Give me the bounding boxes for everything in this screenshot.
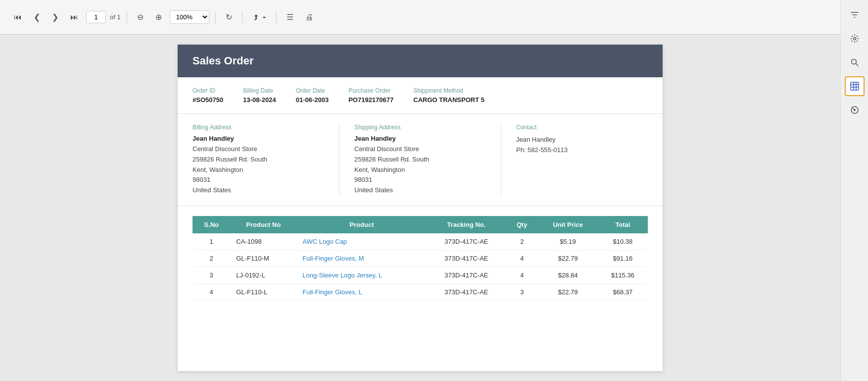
dashboard-icon-button[interactable]	[845, 100, 865, 120]
col-total: Total	[598, 216, 648, 233]
search-icon-button[interactable]	[845, 53, 865, 72]
cell-unit-price: $22.79	[538, 283, 598, 300]
cell-product-no: LJ-0192-L	[230, 267, 296, 283]
purchase-order-field: Purchase Order PO7192170677	[348, 87, 393, 104]
cell-sno: 2	[193, 250, 230, 267]
col-unit-price: Unit Price	[538, 216, 598, 233]
billing-date-value: 13-08-2024	[243, 96, 276, 104]
billing-zip: 98031	[193, 175, 324, 185]
shipment-method-field: Shippment Method CARGO TRANSPORT 5	[413, 87, 484, 104]
next-page-button[interactable]: ❯	[48, 10, 62, 24]
billing-name: Jean Handley	[193, 135, 324, 142]
shipping-country: United States	[354, 185, 486, 196]
zoom-select[interactable]: 100% 50% 75% 125% 150% 200%	[170, 10, 209, 24]
document-header: Sales Order	[178, 45, 663, 77]
order-date-value: 01-06-2003	[296, 96, 329, 104]
cell-total: $10.38	[598, 233, 648, 250]
toolbar: ⏮ ❮ ❯ ⏭ 1 of 1 ⊖ ⊕ 100% 50% 75% 125% 150…	[0, 0, 840, 35]
print-button[interactable]: 🖨	[301, 11, 317, 24]
table-icon-button[interactable]	[845, 76, 865, 96]
cell-qty: 3	[506, 283, 538, 300]
cell-sno: 3	[193, 267, 230, 283]
table-header-row: S.No Product No Product Tracking No. Qty…	[193, 216, 648, 233]
contact-phone: Ph: 582-555-0113	[516, 145, 648, 156]
shipping-address-label: Shipping Address	[354, 124, 486, 131]
cell-total: $68.37	[598, 283, 648, 300]
col-tracking: Tracking No.	[427, 216, 506, 233]
billing-country: United States	[193, 185, 324, 196]
billing-address-col: Billing Address Jean Handley Central Dis…	[193, 124, 339, 196]
shipment-method-label: Shippment Method	[413, 87, 484, 94]
order-table: S.No Product No Product Tracking No. Qty…	[193, 216, 648, 301]
cell-product: Long-Sleeve Logo Jersey, L	[296, 267, 427, 283]
col-product: Product	[296, 216, 427, 233]
cell-total: $115.36	[598, 267, 648, 283]
cell-unit-price: $22.79	[538, 250, 598, 267]
cell-tracking: 373D-417C-AE	[427, 233, 506, 250]
separator-2	[215, 11, 216, 23]
cell-qty: 4	[506, 267, 538, 283]
shipping-city-state: Kent, Washington	[354, 165, 486, 175]
table-row: 2 GL-F110-M Full-Finger Gloves, M 373D-4…	[193, 250, 648, 267]
document-area: Sales Order Order ID #SO50750 Billing Da…	[0, 35, 840, 381]
cell-sno: 1	[193, 233, 230, 250]
cell-product-no: CA-1098	[230, 233, 296, 250]
cell-tracking: 373D-417C-AE	[427, 250, 506, 267]
document-title: Sales Order	[193, 54, 648, 67]
last-page-button[interactable]: ⏭	[66, 11, 82, 24]
filter-icon-button[interactable]	[845, 5, 865, 25]
view-button[interactable]: ☰	[283, 10, 297, 24]
separator-1	[127, 11, 127, 23]
shipping-company: Central Discount Store	[354, 144, 486, 155]
cell-unit-price: $28.84	[538, 267, 598, 283]
purchase-order-value: PO7192170677	[348, 96, 393, 104]
cell-qty: 2	[506, 233, 538, 250]
cell-sno: 4	[193, 283, 230, 300]
billing-street: 259826 Russell Rd. South	[193, 155, 324, 165]
shipping-zip: 98031	[354, 175, 486, 185]
shipping-name: Jean Handley	[354, 135, 486, 142]
cell-unit-price: $5.19	[538, 233, 598, 250]
order-id-field: Order ID #SO50750	[193, 87, 223, 104]
col-product-no: Product No	[230, 216, 296, 233]
cell-qty: 4	[506, 250, 538, 267]
cell-product-no: GL-F110-M	[230, 250, 296, 267]
cell-product: Full-Finger Gloves, M	[296, 250, 427, 267]
table-row: 4 GL-F110-L Full-Finger Gloves, L 373D-4…	[193, 283, 648, 300]
gear-icon-button[interactable]	[845, 29, 865, 49]
order-date-field: Order Date 01-06-2003	[296, 87, 329, 104]
first-page-button[interactable]: ⏮	[10, 11, 26, 24]
contact-label: Contact	[516, 124, 648, 131]
order-meta: Order ID #SO50750 Billing Date 13-08-202…	[178, 77, 663, 114]
table-row: 3 LJ-0192-L Long-Sleeve Logo Jersey, L 3…	[193, 267, 648, 283]
col-qty: Qty	[506, 216, 538, 233]
separator-4	[276, 11, 277, 23]
billing-company: Central Discount Store	[193, 144, 324, 155]
shipping-street: 259826 Russell Rd. South	[354, 155, 486, 165]
purchase-order-label: Purchase Order	[348, 87, 393, 94]
cell-total: $91.16	[598, 250, 648, 267]
order-id-value: #SO50750	[193, 96, 223, 104]
cell-product: AWC Logo Cap	[296, 233, 427, 250]
col-sno: S.No	[193, 216, 230, 233]
refresh-button[interactable]: ↻	[222, 10, 236, 24]
export-button[interactable]: ⮭ ▾	[248, 11, 270, 24]
billing-date-field: Billing Date 13-08-2024	[243, 87, 276, 104]
cell-product: Full-Finger Gloves, L	[296, 283, 427, 300]
order-date-label: Order Date	[296, 87, 329, 94]
page-of-label: of 1	[110, 13, 121, 21]
svg-point-0	[853, 38, 856, 40]
cell-tracking: 373D-417C-AE	[427, 283, 506, 300]
svg-rect-2	[851, 82, 859, 90]
zoom-out-button[interactable]: ⊖	[133, 10, 147, 24]
cell-tracking: 373D-417C-AE	[427, 267, 506, 283]
page-number-input[interactable]: 1	[86, 11, 106, 23]
zoom-in-button[interactable]: ⊕	[151, 10, 166, 24]
separator-3	[242, 11, 242, 23]
cell-product-no: GL-F110-L	[230, 283, 296, 300]
billing-city-state: Kent, Washington	[193, 165, 324, 175]
contact-col: Contact Jean Handley Ph: 582-555-0113	[516, 124, 648, 196]
document: Sales Order Order ID #SO50750 Billing Da…	[178, 45, 663, 371]
prev-page-button[interactable]: ❮	[30, 10, 44, 24]
right-sidebar	[840, 0, 868, 381]
